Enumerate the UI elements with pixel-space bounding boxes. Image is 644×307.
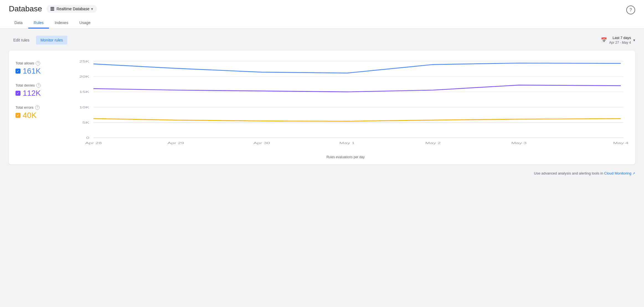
help-button[interactable]: ? <box>626 6 635 14</box>
svg-text:May 3: May 3 <box>511 141 527 145</box>
db-selector-label: Realtime Database <box>56 7 89 11</box>
toolbar-left: Edit rules Monitor rules <box>9 36 67 45</box>
errors-label: Total errors <box>16 105 34 110</box>
svg-text:5K: 5K <box>83 121 89 124</box>
main-content: Edit rules Monitor rules 📅 Last 7 days A… <box>0 29 644 182</box>
errors-checkbox[interactable]: ✓ <box>16 113 20 118</box>
chart-svg: 25K 20K 15K 10K 5K 0 <box>63 58 628 152</box>
svg-text:10K: 10K <box>79 105 89 109</box>
allows-label: Total allows <box>16 61 34 65</box>
denies-label: Total denies <box>16 83 35 87</box>
svg-text:20K: 20K <box>79 75 89 79</box>
svg-text:May 1: May 1 <box>339 141 355 145</box>
chart-area: 25K 20K 15K 10K 5K 0 <box>63 58 628 159</box>
allows-checkbox[interactable]: ✓ <box>16 69 20 74</box>
denies-help-icon[interactable]: ? <box>36 83 41 88</box>
denies-value: 112K <box>23 89 41 98</box>
title-row: Database Realtime Database ▾ <box>9 4 635 13</box>
svg-text:Apr 29: Apr 29 <box>168 141 184 145</box>
chevron-down-icon: ▾ <box>91 7 93 11</box>
tab-data[interactable]: Data <box>9 18 28 28</box>
svg-text:Apr 30: Apr 30 <box>253 141 270 145</box>
tabs-nav: Data Rules Indexes Usage <box>9 18 635 28</box>
chart-card: Total allows ? ✓ 161K Total denies ? ✓ <box>9 51 635 165</box>
svg-text:25K: 25K <box>79 59 89 63</box>
legend-errors: Total errors ? ✓ 40K <box>16 105 63 120</box>
monitor-rules-button[interactable]: Monitor rules <box>36 36 67 45</box>
legend-allows: Total allows ? ✓ 161K <box>16 61 63 76</box>
date-dropdown-button[interactable]: ▾ <box>633 38 635 42</box>
chart-legend: Total allows ? ✓ 161K Total denies ? ✓ <box>16 58 63 159</box>
tab-rules[interactable]: Rules <box>28 18 49 28</box>
tab-indexes[interactable]: Indexes <box>49 18 74 28</box>
allows-help-icon[interactable]: ? <box>36 61 40 66</box>
denies-checkbox[interactable]: ✓ <box>16 91 20 96</box>
top-bar: Database Realtime Database ▾ Data Rules … <box>0 0 644 29</box>
page-title: Database <box>9 4 42 13</box>
footer-text: Use advanced analysis and alerting tools… <box>534 171 604 175</box>
chart-x-axis-label: Rules evaluations per day <box>63 155 628 159</box>
legend-denies: Total denies ? ✓ 112K <box>16 83 63 98</box>
svg-text:15K: 15K <box>79 90 89 94</box>
svg-text:May 4: May 4 <box>613 141 628 145</box>
svg-text:Apr 28: Apr 28 <box>85 141 102 145</box>
edit-rules-button[interactable]: Edit rules <box>9 36 34 45</box>
tab-usage[interactable]: Usage <box>74 18 96 28</box>
svg-text:May 2: May 2 <box>425 141 441 145</box>
date-range: Last 7 days Apr 27 - May 4 <box>609 35 631 45</box>
toolbar-right: 📅 Last 7 days Apr 27 - May 4 ▾ <box>601 35 635 45</box>
footer-note: Use advanced analysis and alerting tools… <box>9 171 635 175</box>
cloud-monitoring-link[interactable]: Cloud Monitoring <box>604 171 631 175</box>
svg-text:0: 0 <box>86 136 89 140</box>
db-selector-button[interactable]: Realtime Database ▾ <box>47 5 97 13</box>
errors-help-icon[interactable]: ? <box>35 105 40 110</box>
chart-inner: Total allows ? ✓ 161K Total denies ? ✓ <box>16 58 628 159</box>
stacked-layers-icon <box>50 7 54 11</box>
errors-value: 40K <box>23 111 37 120</box>
date-range-label: Last 7 days <box>609 35 631 40</box>
calendar-icon: 📅 <box>601 37 607 43</box>
allows-value: 161K <box>23 67 41 76</box>
external-link-icon: ↗ <box>632 171 635 175</box>
date-range-sub: Apr 27 - May 4 <box>609 40 631 45</box>
toolbar: Edit rules Monitor rules 📅 Last 7 days A… <box>9 35 635 45</box>
